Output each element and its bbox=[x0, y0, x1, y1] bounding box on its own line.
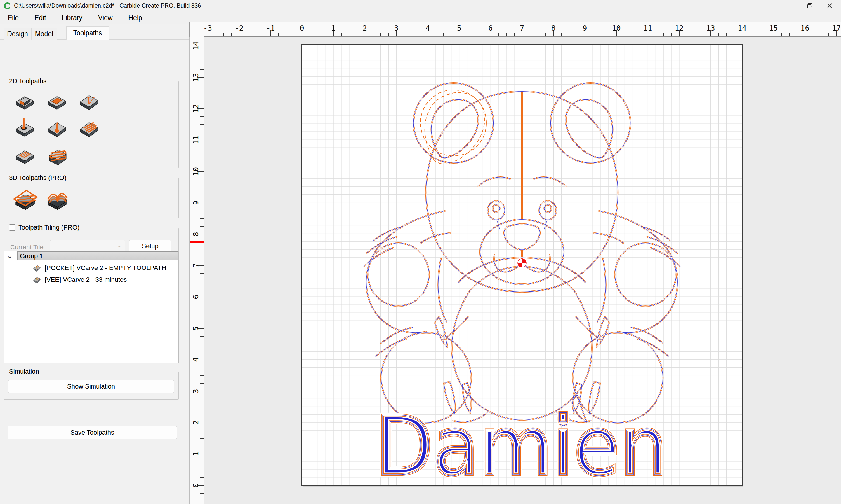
ruler-label: -3 bbox=[204, 24, 217, 32]
ruler-label: 5 bbox=[192, 320, 200, 337]
ruler-tick bbox=[624, 33, 624, 36]
ruler-tick bbox=[758, 33, 758, 36]
close-button[interactable] bbox=[821, 0, 839, 12]
tab-design[interactable]: Design bbox=[4, 28, 31, 40]
ruler-label: 3 bbox=[388, 24, 405, 32]
ruler-tick bbox=[608, 33, 609, 36]
tool-drill-button[interactable] bbox=[14, 117, 36, 139]
menu-help[interactable]: Help bbox=[120, 12, 150, 24]
group-simulation: Simulation Show Simulation bbox=[3, 372, 179, 400]
ruler-tick bbox=[443, 33, 444, 36]
ruler-tick bbox=[200, 211, 204, 211]
contour-icon bbox=[14, 90, 36, 112]
chevron-down-icon: ⌄ bbox=[117, 241, 122, 249]
ruler-top: -3-2-101234567891011121314151617 bbox=[204, 22, 841, 37]
ruler-tick bbox=[200, 116, 204, 117]
ruler-tick bbox=[498, 33, 499, 36]
menu-file[interactable]: File bbox=[0, 12, 27, 24]
ruler-tick bbox=[797, 33, 797, 36]
stock-area: Damien Damien Damien Damien Damien bbox=[302, 45, 742, 485]
toolpath-group-header[interactable]: Group 1 bbox=[17, 251, 178, 260]
ruler-tick bbox=[200, 399, 204, 399]
ruler-tick bbox=[200, 383, 204, 383]
tool-vcarve-button[interactable]: V bbox=[78, 90, 100, 112]
ruler-tick bbox=[451, 33, 451, 36]
ruler-label: 16 bbox=[796, 24, 813, 32]
ruler-tick bbox=[546, 33, 546, 36]
menu-view[interactable]: View bbox=[90, 12, 120, 24]
ruler-tick bbox=[200, 493, 204, 493]
ruler-tick bbox=[200, 179, 204, 179]
tool-3d-rough-button[interactable] bbox=[12, 185, 39, 210]
ruler-tick bbox=[200, 321, 204, 321]
ruler-tick bbox=[530, 33, 530, 36]
vcarve-toolpath-icon: V bbox=[32, 275, 41, 284]
tab-model[interactable]: Model bbox=[31, 28, 57, 40]
ruler-tick bbox=[200, 470, 204, 470]
toolpath-item-vee[interactable]: V [VEE] VCarve 2 - 33 minutes bbox=[32, 274, 127, 285]
ruler-tick bbox=[561, 33, 562, 36]
restore-button[interactable] bbox=[801, 0, 819, 12]
ruler-tick bbox=[703, 33, 703, 36]
tool-keyhole-button[interactable] bbox=[46, 117, 68, 139]
current-tile-dropdown[interactable]: ⌄ bbox=[50, 240, 125, 252]
ruler-tick bbox=[200, 61, 204, 62]
tool-texture-button[interactable] bbox=[14, 144, 36, 166]
texture-icon bbox=[14, 144, 36, 166]
ruler-tick bbox=[200, 344, 204, 344]
ruler-tick bbox=[200, 93, 204, 93]
restore-icon bbox=[806, 2, 813, 9]
design-drawing: Damien Damien Damien Damien Damien bbox=[302, 45, 742, 485]
simulation-label: Simulation bbox=[7, 368, 41, 375]
ruler-tick bbox=[687, 33, 687, 36]
ruler-label: 0 bbox=[293, 24, 311, 32]
tool-pocket-button[interactable] bbox=[46, 90, 68, 112]
ruler-tick bbox=[718, 33, 719, 36]
toolpath-tree: ⌄ Group 1 V [POCKET] VCarve 2 - EMPTY TO… bbox=[4, 251, 179, 363]
design-canvas[interactable]: Damien Damien Damien Damien Damien bbox=[204, 37, 841, 504]
ruler-label: 3 bbox=[192, 382, 200, 400]
ruler-tick bbox=[200, 289, 204, 289]
ruler-tick bbox=[200, 446, 204, 446]
group-collapse-chevron-icon[interactable]: ⌄ bbox=[7, 252, 13, 260]
show-simulation-button[interactable]: Show Simulation bbox=[8, 380, 174, 393]
ruler-label: 5 bbox=[450, 24, 468, 32]
ruler-tick bbox=[286, 33, 287, 36]
ruler-tick bbox=[569, 33, 569, 36]
ruler-tick bbox=[420, 33, 420, 36]
tiling-setup-button[interactable]: Setup bbox=[129, 240, 171, 252]
ruler-tick bbox=[200, 375, 204, 376]
3d-rough-icon bbox=[12, 185, 39, 210]
save-toolpaths-button[interactable]: Save Toolpaths bbox=[7, 426, 177, 439]
toolpath-tiling-label: Toolpath Tiling (PRO) bbox=[18, 224, 80, 231]
app-window: C:\Users\willa\Downloads\damien.c2d* - C… bbox=[0, 0, 841, 504]
ruler-tick bbox=[695, 33, 695, 36]
menu-library[interactable]: Library bbox=[54, 12, 90, 24]
ruler-tick bbox=[404, 33, 405, 36]
tool-contour-button[interactable] bbox=[14, 90, 36, 112]
ruler-tick bbox=[726, 33, 726, 36]
ruler-label: 7 bbox=[513, 24, 531, 32]
toolpath-tiling-checkbox[interactable] bbox=[9, 224, 16, 231]
ruler-tick bbox=[632, 33, 632, 36]
tool-3d-finish-button[interactable] bbox=[44, 185, 71, 210]
origin-marker bbox=[518, 259, 526, 267]
toolpath-item-label: [VEE] VCarve 2 - 33 minutes bbox=[45, 276, 127, 284]
ruler-tick bbox=[640, 33, 640, 36]
tool-cutout-button[interactable] bbox=[46, 144, 68, 166]
tool-engrave-button[interactable] bbox=[78, 117, 100, 139]
ruler-tick bbox=[200, 478, 204, 478]
design-name-text: Damien Damien Damien Damien Damien bbox=[375, 399, 668, 485]
toolpath-item-pocket[interactable]: V [POCKET] VCarve 2 - EMPTY TOOLPATH bbox=[32, 263, 166, 273]
minimize-button[interactable] bbox=[779, 0, 797, 12]
menu-edit[interactable]: Edit bbox=[27, 12, 54, 24]
ruler-corner-box bbox=[189, 22, 204, 37]
ruler-tick bbox=[200, 258, 204, 258]
ruler-tick bbox=[200, 250, 204, 250]
ruler-tick bbox=[278, 33, 279, 36]
v-carve-icon: V bbox=[78, 90, 100, 112]
ruler-label: 11 bbox=[192, 131, 200, 149]
tab-toolpaths[interactable]: Toolpaths bbox=[66, 26, 109, 40]
ruler-tick bbox=[200, 305, 204, 305]
ruler-label: 9 bbox=[192, 194, 200, 212]
